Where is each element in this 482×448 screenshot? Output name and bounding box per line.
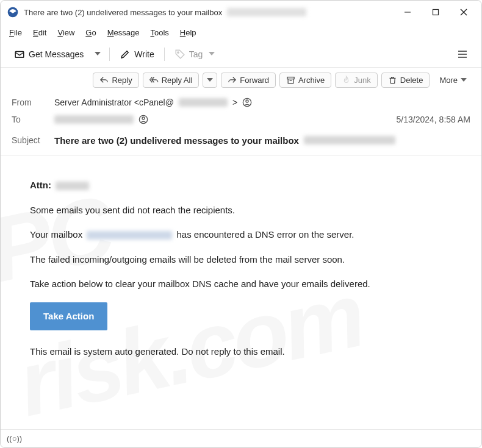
svg-point-14	[142, 117, 145, 119]
body-p2a: Your mailbox	[30, 229, 82, 240]
inbox-icon	[14, 49, 25, 60]
svg-point-12	[246, 100, 248, 102]
reply-label: Reply	[112, 76, 132, 85]
junk-label: Junk	[354, 76, 370, 85]
menu-help[interactable]: Help	[180, 28, 196, 37]
body-p3: The failed incoming/outgoing emails will…	[30, 253, 452, 267]
svg-point-6	[178, 51, 179, 52]
attn-redacted	[56, 182, 89, 190]
body-p2b: has encountered a DNS error on the serve…	[177, 229, 354, 240]
contact-icon[interactable]	[138, 115, 148, 124]
get-messages-dropdown[interactable]	[91, 47, 104, 61]
archive-label: Archive	[298, 76, 325, 85]
menubar: File Edit View Go Message Tools Help	[1, 24, 481, 41]
separator	[109, 48, 110, 61]
menu-message[interactable]: Message	[107, 28, 140, 37]
maximize-button[interactable]	[422, 2, 450, 22]
svg-rect-10	[287, 77, 294, 79]
pencil-icon	[120, 49, 131, 60]
app-icon	[7, 6, 19, 18]
body-p2: Your mailbox has encountered a DNS error…	[30, 228, 452, 242]
from-value: Server Administrator <cPanel@ >	[54, 98, 252, 107]
trash-icon	[388, 76, 397, 85]
from-redacted	[179, 98, 228, 107]
window-title: There are two (2) undelivered messages t…	[24, 8, 222, 17]
message-headers: From Server Administrator <cPanel@ > To …	[1, 90, 481, 155]
write-label: Write	[134, 49, 154, 59]
forward-label: Forward	[240, 76, 269, 85]
message-body: PC risk.com Attn: Some emails you sent d…	[1, 155, 481, 382]
menu-edit[interactable]: Edit	[33, 28, 46, 37]
more-button[interactable]: More	[433, 73, 473, 87]
title-redacted	[227, 8, 306, 16]
forward-button[interactable]: Forward	[221, 73, 276, 88]
reply-dropdown[interactable]	[203, 73, 217, 88]
delete-button[interactable]: Delete	[381, 73, 430, 88]
junk-button[interactable]: Junk	[335, 73, 377, 88]
subject-label: Subject	[12, 135, 47, 145]
tag-icon	[174, 49, 185, 60]
network-status-icon[interactable]: ((○))	[7, 434, 22, 443]
toolbar: Get Messages Write Tag	[1, 41, 481, 68]
reply-all-icon	[149, 76, 159, 85]
more-label: More	[439, 76, 458, 85]
to-redacted	[54, 115, 134, 124]
subject-text: There are two (2) undelivered messages t…	[54, 135, 299, 146]
reply-icon	[99, 76, 109, 85]
separator	[164, 48, 165, 61]
menu-tools[interactable]: Tools	[150, 28, 168, 37]
hamburger-menu[interactable]	[452, 44, 473, 65]
to-value	[54, 115, 148, 124]
from-address: Server Administrator <cPanel@	[54, 98, 174, 107]
subject-value: There are two (2) undelivered messages t…	[54, 135, 395, 146]
archive-icon	[286, 76, 295, 85]
message-date: 5/13/2024, 8:58 AM	[397, 115, 470, 124]
contact-icon[interactable]	[242, 98, 252, 107]
forward-icon	[228, 76, 237, 85]
menu-view[interactable]: View	[57, 28, 74, 37]
svg-rect-2	[433, 10, 439, 15]
statusbar: ((○))	[1, 429, 481, 447]
from-suffix: >	[232, 98, 237, 107]
archive-button[interactable]: Archive	[279, 73, 331, 88]
write-button[interactable]: Write	[115, 46, 159, 62]
reply-all-button[interactable]: Reply All	[143, 73, 200, 88]
tag-button[interactable]: Tag	[170, 46, 220, 62]
mailbox-redacted	[87, 231, 172, 240]
get-messages-label: Get Messages	[29, 49, 84, 59]
reply-all-label: Reply All	[162, 76, 193, 85]
attn-label: Attn:	[30, 180, 51, 190]
minimize-button[interactable]	[394, 2, 422, 22]
tag-label: Tag	[189, 49, 203, 59]
menu-file[interactable]: File	[9, 28, 22, 37]
titlebar: There are two (2) undelivered messages t…	[1, 1, 481, 24]
to-label: To	[12, 115, 47, 124]
delete-label: Delete	[400, 76, 423, 85]
close-button[interactable]	[450, 2, 478, 22]
body-p4: Take action below to clear your mailbox …	[30, 277, 452, 291]
body-p1: Some emails you sent did not reach the r…	[30, 204, 452, 218]
svg-rect-5	[15, 51, 24, 57]
menu-go[interactable]: Go	[85, 28, 96, 37]
body-footer: This email is system auto generated. Do …	[30, 345, 452, 359]
take-action-button[interactable]: Take Action	[30, 302, 107, 331]
flame-icon	[342, 76, 351, 85]
action-toolbar: Reply Reply All Forward Archive Junk Del…	[1, 68, 481, 90]
get-messages-button[interactable]: Get Messages	[9, 46, 88, 62]
from-label: From	[12, 98, 47, 107]
reply-button[interactable]: Reply	[93, 73, 138, 88]
subject-redacted	[304, 136, 395, 144]
